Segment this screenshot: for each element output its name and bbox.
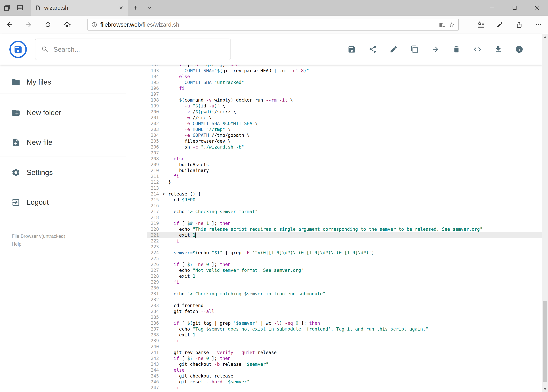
code-line[interactable]: 216 [147,203,542,209]
code-line[interactable]: 195 COMMIT_SHA="untracked" [147,79,542,85]
favorites-hub-button[interactable] [471,16,491,34]
new-tab-button[interactable] [128,0,143,16]
code-line[interactable]: 202 -e COMMIT_SHA=$COMMIT_SHA \ [147,120,542,126]
code-line[interactable]: 235 [147,314,542,320]
code-line[interactable]: 223 [147,244,542,250]
back-button[interactable] [0,16,19,34]
code-line[interactable]: 221 exit 1 [147,232,542,238]
code-line[interactable]: 231 echo "> Checking matching $semver in… [147,291,542,297]
search-box[interactable] [35,39,231,60]
code-line[interactable]: 234 git fetch --all [147,308,542,314]
code-line[interactable]: 219 if [ $# -ne 1 ]; then [147,220,542,226]
app-logo[interactable] [9,40,28,59]
browser-tab[interactable]: wizard.sh [31,0,128,16]
code-line[interactable]: 236 if [ $(git tag | grep "$semver" | wc… [147,320,542,326]
code-line[interactable]: 199 -u "$(id -u)" \ [147,103,542,109]
code-line[interactable]: 201 -w //src \ [147,115,542,120]
code-editor[interactable]: 192 if [ -d ".git" ]; then193 COMMIT_SHA… [147,65,542,391]
code-line[interactable]: 193 COMMIT_SHA="$(git rev-parse HEAD | c… [147,68,542,74]
edit-button[interactable] [389,45,398,54]
code-line[interactable]: 245 git checkout release [147,373,542,379]
address-bar[interactable]: filebrowser.web/files/wizard.sh [87,19,459,30]
code-line[interactable]: 230 [147,285,542,291]
delete-button[interactable] [452,45,461,54]
download-button[interactable] [494,45,503,54]
code-line[interactable]: 196 fi [147,85,542,91]
code-line[interactable]: 237 echo "Tag $semver does not exist in … [147,326,542,332]
code-line[interactable]: 226 if [ $? -ne 0 ]; then [147,261,542,267]
code-line[interactable]: 241 git rev-parse --verify --quiet relea… [147,350,542,355]
code-line[interactable]: 194 else [147,74,542,79]
code-line[interactable]: 238 exit 1 [147,332,542,338]
maximize-button[interactable] [503,0,526,16]
code-line[interactable]: 214▾release () { [147,191,542,197]
code-line[interactable]: 207 [147,150,542,156]
info-button[interactable] [515,45,524,54]
code-line[interactable]: 225 [147,256,542,261]
minimize-button[interactable] [481,0,503,16]
refresh-button[interactable] [38,16,57,34]
code-line[interactable]: 211 fi [147,173,542,179]
sidebar-item-new-folder[interactable]: New folder [0,106,126,119]
sidebar-item-settings[interactable]: Settings [0,166,126,179]
code-line[interactable]: 192 if [ -d ".git" ]; then [147,65,542,68]
code-line[interactable]: 220 echo "This release script requires a… [147,226,542,232]
set-tabs-aside-button[interactable] [4,4,11,11]
tab-preview-toggle[interactable] [143,0,157,16]
site-info-icon[interactable] [91,22,97,28]
search-input[interactable] [53,46,225,53]
page-scrollbar[interactable] [542,34,548,392]
code-line[interactable]: 229 fi [147,279,542,285]
browser-share-button[interactable] [510,16,529,34]
code-line[interactable]: 203 -e HOME="//tmp" \ [147,126,542,132]
code-line[interactable]: 243 git checkout -b release "$semver" [147,361,542,367]
code-line[interactable]: 242 if [ $? -ne 0 ]; then [147,355,542,361]
code-line[interactable]: 218 [147,215,542,220]
annotate-button[interactable] [491,16,510,34]
code-line[interactable]: 222 fi [147,238,542,244]
save-button[interactable] [347,45,356,54]
code-line[interactable]: 227 echo "Not valid semver format. See s… [147,267,542,273]
reading-view-icon[interactable] [439,21,445,28]
home-button[interactable] [57,16,77,34]
sidebar-item-logout[interactable]: Logout [0,196,126,209]
scroll-down-button[interactable] [542,386,548,392]
code-line[interactable]: 239 fi [147,338,542,344]
fold-arrow-icon[interactable]: ▾ [162,191,165,197]
code-line[interactable]: 206 sh -c "./wizard.sh -b" [147,144,542,150]
code-line[interactable]: 205 filebrowser/dev \ [147,138,542,144]
close-window-button[interactable] [526,0,548,16]
code-line[interactable]: 213 [147,185,542,191]
copy-button[interactable] [410,45,419,54]
code-line[interactable]: 240 [147,344,542,350]
code-line[interactable]: 208 else [147,156,542,162]
code-line[interactable]: 217 echo "> Checking semver format" [147,209,542,215]
code-line[interactable]: 247 fi [147,385,542,391]
code-line[interactable]: 204 -e GOPATH=//tmp/gopath \ [147,132,542,138]
code-line[interactable]: 215 cd $REPO [147,197,542,203]
more-options-button[interactable] [529,16,548,34]
forward-button[interactable] [19,16,38,34]
move-button[interactable] [431,45,440,54]
code-line[interactable]: 224 semver=$(echo "$1" | grep -P '^v(0|[… [147,250,542,256]
code-line[interactable]: 197 [147,91,542,97]
code-line[interactable]: 228 exit 1 [147,273,542,279]
code-line[interactable]: 244 else [147,367,542,373]
code-line[interactable]: 212} [147,179,542,185]
scroll-up-button[interactable] [542,34,548,40]
sidebar-item-new-file[interactable]: New file [0,136,126,149]
share-button[interactable] [368,45,377,54]
code-line[interactable]: 200 -v /$(pwd):/src:z \ [147,109,542,115]
code-line[interactable]: 232 [147,297,542,302]
help-link[interactable]: Help [12,240,126,248]
code-line[interactable]: 246 git reset --hard "$semver" [147,379,542,385]
code-line[interactable]: 233 cd frontend [147,302,542,308]
sidebar-item-my-files[interactable]: My files [0,75,126,89]
scrollbar-thumb[interactable] [543,301,547,382]
code-line[interactable]: 198 $(command -v winpty) docker run --rm… [147,97,542,103]
source-code-button[interactable] [473,45,482,54]
tab-close-button[interactable] [118,5,124,10]
code-line[interactable]: 209 buildAssets [147,162,542,168]
favorite-star-icon[interactable] [449,21,455,28]
code-line[interactable]: 210 buildBinary [147,168,542,173]
